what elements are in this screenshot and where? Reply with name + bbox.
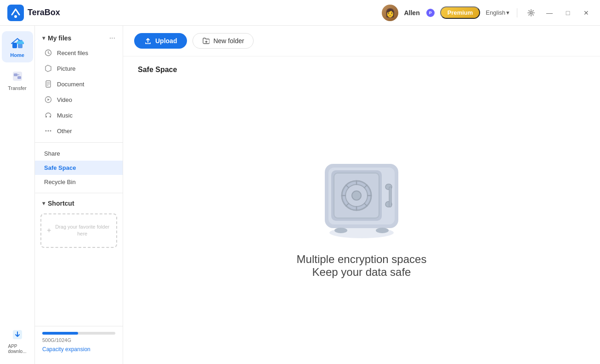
section-title: Safe Space bbox=[138, 66, 177, 74]
svg-rect-3 bbox=[12, 43, 17, 48]
sidebar-item-share[interactable]: Share bbox=[35, 146, 123, 161]
new-folder-button[interactable]: New folder bbox=[192, 33, 254, 49]
sidebar-item-document[interactable]: Document bbox=[35, 76, 123, 92]
safe-space-illustration: Multiple encryption spaces Keep your dat… bbox=[138, 74, 585, 355]
sidebar-item-home[interactable]: Home bbox=[2, 31, 33, 62]
shortcut-header[interactable]: ▾ Shortcut bbox=[35, 197, 123, 210]
capacity-expansion-link[interactable]: Capacity expansion bbox=[42, 346, 91, 353]
svg-rect-15 bbox=[45, 116, 47, 118]
illustration-line2: Keep your data safe bbox=[297, 266, 427, 279]
svg-point-39 bbox=[334, 228, 347, 233]
sidebar-item-recent[interactable]: Recent files bbox=[35, 45, 123, 61]
my-files-arrow: ▾ bbox=[42, 35, 45, 41]
premium-button[interactable]: Premium bbox=[440, 6, 481, 19]
svg-point-17 bbox=[45, 130, 47, 132]
app-download-icon bbox=[10, 327, 25, 342]
upload-button[interactable]: Upload bbox=[134, 33, 187, 49]
storage-bar-fill bbox=[42, 332, 78, 335]
home-icon bbox=[10, 36, 25, 50]
sidebar-item-picture[interactable]: Picture bbox=[35, 61, 123, 76]
language-selector[interactable]: English ▾ bbox=[486, 9, 509, 16]
my-files-header[interactable]: ▾ My files ··· bbox=[35, 31, 123, 45]
svg-rect-38 bbox=[389, 187, 391, 207]
svg-rect-8 bbox=[13, 72, 22, 81]
transfer-label: Transfer bbox=[8, 85, 27, 91]
my-files-title: ▾ My files bbox=[42, 34, 71, 42]
lang-arrow: ▾ bbox=[506, 9, 509, 16]
transfer-icon bbox=[10, 69, 25, 84]
sidebar-item-video[interactable]: Video bbox=[35, 92, 123, 107]
sidebar-item-transfer[interactable]: Transfer bbox=[2, 64, 33, 95]
shortcut-title: ▾ Shortcut bbox=[42, 200, 74, 207]
sidebar-divider-2 bbox=[35, 193, 123, 193]
sidebar-item-other[interactable]: Other bbox=[35, 123, 123, 139]
file-sidebar: ▾ My files ··· Recent files Picture bbox=[35, 26, 123, 364]
svg-point-1 bbox=[14, 15, 17, 18]
app-title: TeraBox bbox=[28, 8, 60, 17]
titlebar-right: 👩 Allen P Premium English ▾ — □ ✕ bbox=[382, 5, 593, 21]
language-label: English bbox=[486, 9, 505, 16]
user-name: Allen bbox=[404, 9, 419, 17]
premium-badge-p: P bbox=[426, 9, 435, 17]
content-area: Safe Space bbox=[123, 56, 600, 364]
svg-point-19 bbox=[50, 130, 51, 132]
shortcut-drop-zone: + Drag your favorite folder here bbox=[40, 213, 117, 248]
illustration-line1: Multiple encryption spaces bbox=[297, 253, 427, 266]
picture-icon bbox=[44, 64, 52, 73]
sidebar-divider-1 bbox=[35, 142, 123, 143]
other-icon bbox=[44, 127, 52, 135]
svg-point-18 bbox=[48, 130, 49, 132]
minimize-button[interactable]: — bbox=[543, 6, 556, 19]
shortcut-plus-icon: + bbox=[47, 226, 51, 235]
vault-illustration bbox=[311, 150, 412, 242]
upload-icon bbox=[144, 37, 152, 45]
storage-area: 500G/1024G Capacity expansion bbox=[35, 326, 123, 358]
avatar: 👩 bbox=[382, 5, 398, 21]
close-button[interactable]: ✕ bbox=[580, 6, 593, 19]
video-play-icon bbox=[44, 95, 52, 104]
svg-point-40 bbox=[376, 228, 389, 233]
app-download-label: APPdownlo... bbox=[8, 344, 26, 354]
svg-rect-10 bbox=[17, 76, 21, 79]
clock-icon bbox=[44, 49, 52, 57]
settings-icon-btn[interactable] bbox=[525, 6, 538, 19]
document-icon bbox=[44, 80, 52, 88]
terabox-logo-icon bbox=[7, 5, 24, 21]
sidebar-item-music[interactable]: Music bbox=[35, 107, 123, 123]
storage-bar-background bbox=[42, 332, 115, 335]
titlebar-separator bbox=[517, 8, 517, 17]
illustration-text: Multiple encryption spaces Keep your dat… bbox=[297, 253, 427, 279]
home-label: Home bbox=[10, 52, 24, 58]
titlebar-left: TeraBox bbox=[7, 5, 60, 21]
sidebar-item-app-download[interactable]: APPdownlo... bbox=[2, 323, 33, 358]
storage-label: 500G/1024G bbox=[42, 337, 115, 343]
svg-rect-0 bbox=[7, 5, 24, 21]
svg-point-6 bbox=[17, 41, 20, 44]
svg-rect-16 bbox=[50, 116, 51, 118]
main-content: Upload New folder Safe Space bbox=[123, 26, 600, 364]
sidebar-item-recycle-bin[interactable]: Recycle Bin bbox=[35, 175, 123, 189]
app-body: Home Transfer APPdownlo... bbox=[0, 26, 600, 364]
my-files-more-icon[interactable]: ··· bbox=[109, 34, 115, 42]
titlebar: TeraBox 👩 Allen P Premium English ▾ — □ … bbox=[0, 0, 600, 26]
music-headphones-icon bbox=[44, 111, 52, 119]
main-toolbar: Upload New folder bbox=[123, 26, 600, 56]
shortcut-area: + Drag your favorite folder here bbox=[35, 210, 123, 326]
svg-point-7 bbox=[20, 41, 24, 44]
shortcut-arrow: ▾ bbox=[42, 200, 45, 207]
maximize-button[interactable]: □ bbox=[561, 6, 574, 19]
svg-point-2 bbox=[530, 11, 532, 14]
settings-icon bbox=[527, 9, 535, 17]
new-folder-icon bbox=[202, 37, 209, 45]
sidebar-item-safe-space[interactable]: Safe Space bbox=[35, 161, 123, 175]
avatar-image: 👩 bbox=[382, 5, 398, 21]
icon-sidebar: Home Transfer APPdownlo... bbox=[0, 26, 35, 364]
svg-point-27 bbox=[352, 191, 361, 200]
